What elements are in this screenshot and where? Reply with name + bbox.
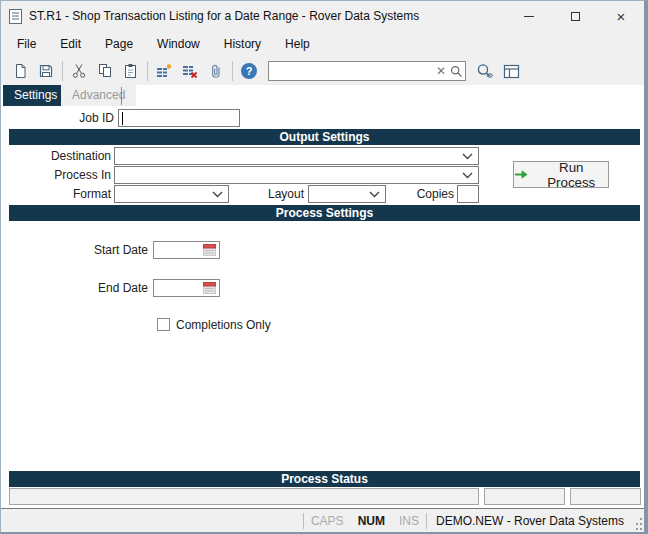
- process-status-message-panel: [9, 488, 479, 505]
- lookup-icon: [476, 63, 494, 79]
- end-date-field[interactable]: [153, 279, 220, 297]
- start-date-field[interactable]: [153, 241, 220, 259]
- cut-icon: [71, 63, 87, 79]
- run-process-button[interactable]: Run Process: [513, 161, 609, 188]
- toolbar-separator: [147, 61, 148, 81]
- attachment-icon: [208, 63, 224, 79]
- ins-indicator: INS: [392, 514, 426, 528]
- tab-advanced[interactable]: Advanced: [61, 85, 136, 106]
- titlebar: ST.R1 - Shop Transaction Listing for a D…: [1, 1, 644, 31]
- menu-history[interactable]: History: [212, 33, 273, 55]
- chevron-down-icon: [462, 172, 473, 179]
- chevron-down-icon: [462, 153, 473, 160]
- attachment-button[interactable]: [203, 59, 229, 83]
- copy-button[interactable]: [92, 59, 118, 83]
- statusbar: CAPS NUM INS DEMO.NEW - Rover Data Syste…: [1, 508, 644, 532]
- process-status-header: Process Status: [9, 471, 640, 487]
- insert-rows-button[interactable]: [151, 59, 177, 83]
- maximize-button[interactable]: [552, 1, 598, 31]
- layout-label: Layout: [201, 185, 304, 203]
- copy-icon: [97, 63, 113, 79]
- delete-rows-icon: [182, 63, 198, 79]
- process-settings-header: Process Settings: [9, 205, 640, 221]
- search-input[interactable]: [269, 62, 432, 80]
- caps-indicator: CAPS: [304, 514, 351, 528]
- toolbar-separator: [62, 61, 63, 81]
- save-icon: [38, 63, 54, 79]
- run-process-label: Run Process: [534, 160, 608, 190]
- insert-rows-icon: [156, 63, 172, 79]
- process-status-panel-3: [570, 488, 641, 505]
- help-icon: ?: [241, 63, 257, 79]
- paste-icon: [123, 63, 139, 79]
- menu-file[interactable]: File: [5, 33, 48, 55]
- menu-edit[interactable]: Edit: [48, 33, 93, 55]
- minimize-button[interactable]: [506, 1, 552, 31]
- calendar-icon[interactable]: [203, 244, 216, 256]
- text-caret: [122, 112, 123, 125]
- tab-divider: [121, 87, 122, 105]
- resize-grip[interactable]: [633, 514, 643, 532]
- paste-button[interactable]: [118, 59, 144, 83]
- layout-icon: [503, 64, 520, 79]
- maximize-icon: [571, 12, 580, 21]
- toolbar-search: ✕: [268, 61, 466, 81]
- close-icon: ×: [617, 9, 626, 24]
- process-in-label: Process In: [1, 166, 111, 184]
- menu-page[interactable]: Page: [93, 33, 145, 55]
- app-window: ST.R1 - Shop Transaction Listing for a D…: [0, 0, 648, 534]
- calendar-icon[interactable]: [203, 282, 216, 294]
- layout-button[interactable]: [498, 59, 524, 83]
- menubar: File Edit Page Window History Help: [1, 31, 644, 57]
- end-date-label: End Date: [1, 279, 148, 297]
- destination-dropdown[interactable]: [114, 147, 479, 165]
- window-title: ST.R1 - Shop Transaction Listing for a D…: [29, 9, 419, 23]
- run-arrow-icon: [514, 169, 528, 180]
- minimize-icon: [524, 16, 534, 17]
- clear-search-icon[interactable]: ✕: [432, 64, 450, 78]
- start-date-label: Start Date: [1, 241, 148, 259]
- process-status-panel-2: [484, 488, 565, 505]
- delete-rows-button[interactable]: [177, 59, 203, 83]
- job-id-label: Job ID: [1, 109, 114, 127]
- completions-only-checkbox[interactable]: [157, 318, 170, 331]
- lookup-button[interactable]: [472, 59, 498, 83]
- copies-field[interactable]: [457, 185, 479, 203]
- tab-settings[interactable]: Settings: [3, 85, 68, 106]
- cut-button[interactable]: [66, 59, 92, 83]
- format-label: Format: [1, 185, 111, 203]
- app-icon: [9, 9, 22, 24]
- content-area: Settings Advanced Job ID Output Settings…: [1, 85, 644, 508]
- new-document-button[interactable]: [7, 59, 33, 83]
- completions-only-label: Completions Only: [176, 318, 271, 332]
- save-button[interactable]: [33, 59, 59, 83]
- output-settings-header: Output Settings: [9, 129, 640, 145]
- process-in-dropdown[interactable]: [114, 166, 479, 184]
- close-button[interactable]: ×: [598, 1, 644, 31]
- session-label: DEMO.NEW - Rover Data Systems: [427, 514, 633, 528]
- menu-help[interactable]: Help: [273, 33, 322, 55]
- toolbar: ? ✕: [1, 57, 644, 85]
- num-indicator: NUM: [351, 514, 392, 528]
- toolbar-separator: [232, 61, 233, 81]
- destination-label: Destination: [1, 147, 111, 165]
- new-document-icon: [13, 63, 28, 79]
- help-button[interactable]: ?: [236, 59, 262, 83]
- search-icon[interactable]: [450, 65, 467, 78]
- job-id-field[interactable]: [118, 109, 240, 127]
- menu-window[interactable]: Window: [145, 33, 212, 55]
- copies-label: Copies: [351, 185, 454, 203]
